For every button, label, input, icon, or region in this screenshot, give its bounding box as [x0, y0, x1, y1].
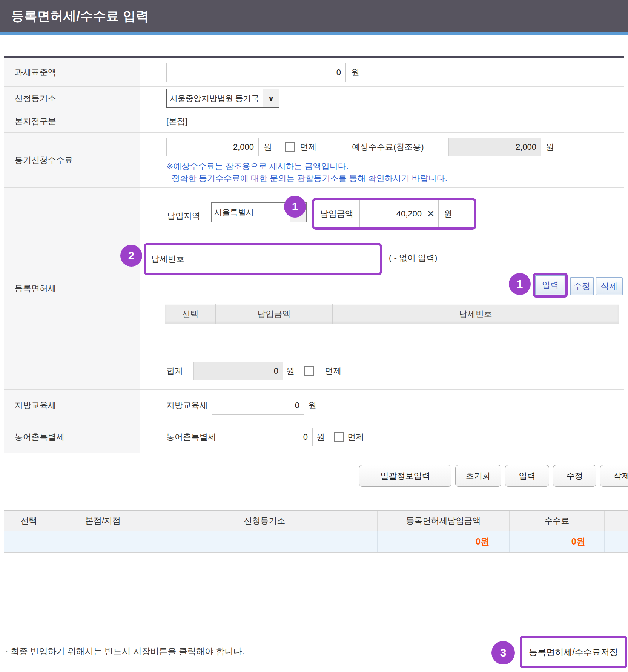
row-branch-type: 본지점구분 [본점]	[4, 110, 624, 133]
input-button[interactable]: 입력	[505, 465, 549, 487]
local-education-tax-input[interactable]	[212, 396, 304, 415]
tax-number-group: 납세번호	[146, 245, 380, 273]
summary-table-row[interactable]: 0원 0원	[4, 531, 628, 553]
payment-region-selected-value: 서울특별시	[212, 203, 290, 222]
branch-type-value: [본점]	[166, 116, 187, 127]
rural-special-tax-exempt-label: 면제	[347, 431, 364, 443]
save-button-highlight: 등록면허세/수수료저장	[520, 636, 627, 668]
tax-number-hint: ( - 없이 입력)	[389, 247, 437, 268]
registry-office-selected-value: 서울중앙지방법원 등기국	[167, 89, 263, 107]
tax-number-input[interactable]	[189, 249, 367, 269]
registration-fee-label: 등기신청수수료	[4, 133, 140, 187]
registration-fee-cell: 원 면제 예상수수료(참조용) 원 ※예상수수료는 참조용으로 제시하는 금액입…	[140, 133, 624, 187]
estimate-fee-input	[448, 138, 541, 156]
col-select: 선택	[4, 511, 54, 531]
won-label: 원	[546, 138, 554, 156]
save-license-tax-fee-button[interactable]: 등록면허세/수수료저장	[522, 638, 625, 666]
registration-fee-input[interactable]	[166, 138, 259, 156]
won-label: 원	[316, 431, 325, 443]
tax-fee-form-table: 과세표준액 원 신청등기소 서울중앙지방법원 등기국 ∨ 본지점구분 [본점] …	[4, 56, 624, 453]
registration-fee-exempt-label: 면제	[300, 138, 316, 156]
license-tax-edit-button[interactable]: 수정	[570, 277, 594, 295]
col-license-tax-amount: 등록면허세납입금액	[378, 511, 510, 531]
payment-amount-input[interactable]	[360, 200, 423, 227]
total-input	[193, 362, 283, 380]
reset-button[interactable]: 초기화	[455, 465, 501, 487]
tax-base-input[interactable]	[166, 63, 346, 82]
row-license-tax: 등록면허세 납입지역 서울특별시 ∨ 1 납입금액 ✕ 원 2 납세번호	[4, 188, 624, 390]
col-tax-number: 납세번호	[333, 304, 619, 324]
row-tax-base: 과세표준액 원	[4, 58, 624, 87]
payment-region-label: 납입지역	[167, 206, 200, 226]
row-rural-special-tax: 농어촌특별세 농어촌특별세 원 면제	[4, 421, 624, 453]
step-badge-2: 2	[120, 245, 142, 267]
won-label: 원	[439, 200, 458, 227]
cell-license-tax-amount: 0원	[378, 531, 510, 552]
delete-button[interactable]: 삭제	[600, 465, 628, 487]
rural-special-tax-label: 농어촌특별세	[4, 421, 140, 453]
col-registry-office: 신청등기소	[152, 511, 378, 531]
license-tax-delete-button[interactable]: 삭제	[596, 277, 623, 295]
rural-special-tax-field-label: 농어촌특별세	[166, 431, 216, 443]
tax-base-label: 과세표준액	[4, 58, 140, 86]
registry-office-label: 신청등기소	[4, 87, 140, 110]
cell-select	[4, 531, 54, 552]
license-tax-input-button[interactable]: 입력	[535, 275, 565, 295]
step-badge-3: 3	[491, 641, 515, 664]
clear-amount-icon[interactable]: ✕	[423, 200, 438, 227]
col-select: 선택	[165, 304, 216, 324]
registration-fee-exempt-checkbox[interactable]	[285, 142, 295, 152]
col-extra	[605, 511, 628, 531]
page-title: 등록면허세/수수료 입력	[11, 0, 149, 32]
col-fee: 수수료	[510, 511, 605, 531]
rural-special-tax-cell: 농어촌특별세 원 면제	[140, 421, 624, 453]
license-tax-label: 등록면허세	[4, 188, 140, 389]
tax-number-highlight: 납세번호	[144, 243, 382, 275]
cell-registry-office	[152, 531, 378, 552]
estimate-note-line1: ※예상수수료는 참조용으로 제시하는 금액입니다.	[166, 161, 349, 172]
branch-type-cell: [본점]	[140, 110, 624, 132]
payment-amount-label: 납입금액	[314, 200, 359, 227]
won-label: 원	[264, 138, 272, 156]
step-badge-1: 1	[284, 196, 306, 218]
payment-amount-highlight: 납입금액 ✕ 원	[312, 198, 476, 230]
page-header: 등록면허세/수수료 입력	[0, 0, 628, 35]
row-local-education-tax: 지방교육세 지방교육세 원	[4, 390, 624, 421]
estimate-fee-label: 예상수수료(참조용)	[352, 138, 424, 156]
won-label: 원	[351, 63, 359, 82]
rural-special-tax-exempt-checkbox[interactable]	[334, 432, 344, 442]
dropdown-arrow-icon: ∨	[263, 89, 279, 107]
edit-button[interactable]: 수정	[553, 465, 596, 487]
local-education-tax-field-label: 지방교육세	[166, 400, 208, 411]
step-badge-1b: 1	[509, 273, 531, 295]
total-exempt-checkbox[interactable]	[304, 366, 314, 376]
bulk-input-button[interactable]: 일괄정보입력	[359, 465, 451, 487]
won-label: 원	[308, 400, 316, 411]
total-exempt-label: 면제	[325, 362, 341, 380]
local-education-tax-cell: 지방교육세 원	[140, 390, 624, 421]
cell-fee: 0원	[510, 531, 605, 552]
payment-amount-group: 납입금액 ✕ 원	[314, 200, 474, 227]
license-tax-table-header: 선택 납입금액 납세번호	[165, 304, 619, 324]
save-note: · 최종 반영하기 위해서는 반드시 저장버튼을 클릭해야 합니다.	[5, 646, 244, 657]
rural-special-tax-input[interactable]	[220, 428, 313, 446]
registry-office-cell: 서울중앙지방법원 등기국 ∨	[140, 87, 624, 110]
won-label: 원	[286, 362, 295, 380]
form-action-buttons: 일괄정보입력 초기화 입력 수정 삭제	[359, 465, 628, 487]
col-branch: 본점/지점	[54, 511, 152, 531]
tax-number-label: 납세번호	[151, 253, 184, 265]
input-button-highlight: 입력	[533, 273, 568, 298]
registry-office-select[interactable]: 서울중앙지방법원 등기국 ∨	[166, 89, 279, 108]
row-registry-office: 신청등기소 서울중앙지방법원 등기국 ∨	[4, 87, 624, 110]
tax-base-cell: 원	[140, 58, 624, 86]
summary-table: 선택 본점/지점 신청등기소 등록면허세납입금액 수수료 0원 0원	[4, 510, 628, 553]
total-label: 합계	[166, 362, 183, 380]
summary-table-header: 선택 본점/지점 신청등기소 등록면허세납입금액 수수료	[4, 510, 628, 531]
col-payment-amount: 납입금액	[216, 304, 333, 324]
cell-extra	[605, 531, 628, 552]
estimate-note-line2: 정확한 등기수수료에 대한 문의는 관할등기소를 통해 확인하시기 바랍니다.	[172, 173, 447, 184]
local-education-tax-label: 지방교육세	[4, 390, 140, 421]
cell-branch	[54, 531, 152, 552]
row-registration-fee: 등기신청수수료 원 면제 예상수수료(참조용) 원 ※예상수수료는 참조용으로 …	[4, 133, 624, 188]
branch-type-label: 본지점구분	[4, 110, 140, 132]
